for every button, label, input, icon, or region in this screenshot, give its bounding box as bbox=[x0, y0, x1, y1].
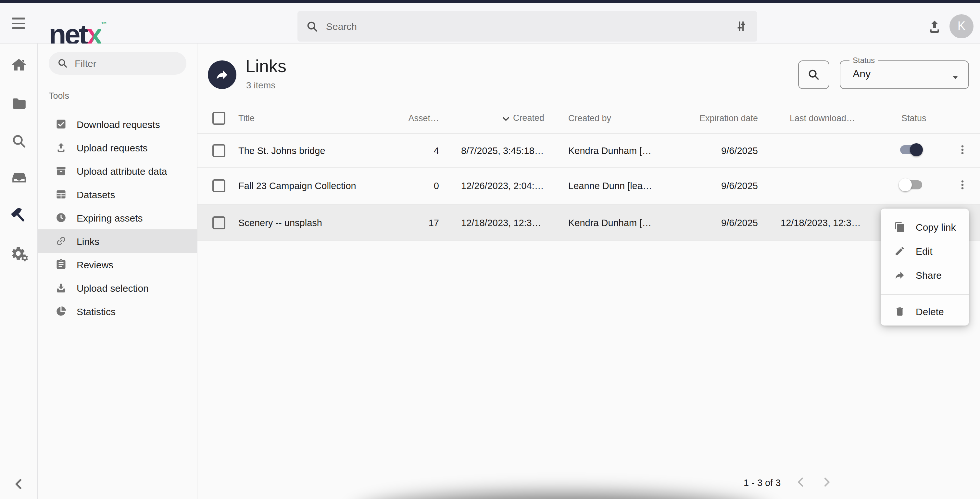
top-bar: netx™ Search K bbox=[0, 3, 980, 43]
menu-item-share[interactable]: Share bbox=[881, 263, 969, 287]
row-menu-button[interactable] bbox=[957, 143, 968, 155]
filter-placeholder: Filter bbox=[75, 58, 97, 69]
sidebar-item-links[interactable]: Links bbox=[38, 230, 197, 253]
column-header-expiration-date[interactable]: Expiration date bbox=[681, 113, 758, 123]
created-date: 8/7/2025, 3:45:18… bbox=[461, 145, 544, 156]
links-icon bbox=[55, 235, 67, 247]
link-title: The St. Johns bridge bbox=[239, 145, 381, 156]
rail-folders-button[interactable] bbox=[0, 90, 38, 116]
sidebar-item-statistics[interactable]: Statistics bbox=[38, 300, 197, 323]
column-header-last-download[interactable]: Last download… bbox=[790, 113, 864, 123]
last-download-date: 12/18/2023, 12:3… bbox=[781, 217, 862, 228]
chevron-left-icon bbox=[794, 475, 807, 488]
upload-requests-icon bbox=[55, 142, 67, 153]
inbox-icon bbox=[11, 169, 27, 185]
link-title: Scenery -- unsplash bbox=[239, 217, 381, 228]
rail-inbox-button[interactable] bbox=[0, 164, 38, 190]
expiring-assets-icon bbox=[55, 212, 67, 223]
status-filter-select[interactable]: Status Any bbox=[840, 61, 969, 89]
created-by: Kendra Dunham [… bbox=[568, 217, 676, 228]
copy-icon bbox=[894, 222, 905, 233]
row-menu-button[interactable] bbox=[957, 179, 968, 191]
table-search-button[interactable] bbox=[798, 61, 829, 89]
share-arrow-icon bbox=[215, 68, 229, 82]
sidebar-item-upload-requests[interactable]: Upload requests bbox=[38, 136, 197, 159]
upload-button[interactable] bbox=[927, 19, 942, 34]
sidebar-item-label: Reviews bbox=[76, 259, 113, 270]
menu-item-edit[interactable]: Edit bbox=[881, 239, 969, 263]
created-by: Kendra Dunham [… bbox=[568, 145, 676, 156]
pagination: 1 - 3 of 3 bbox=[681, 472, 980, 493]
sidebar-item-label: Datasets bbox=[76, 189, 115, 200]
collapse-sidebar-button[interactable] bbox=[0, 471, 38, 497]
table-header-row: Title Asset… Created Created by Expirati… bbox=[197, 103, 980, 133]
rail-home-button[interactable] bbox=[0, 52, 38, 78]
search-icon bbox=[57, 58, 68, 69]
previous-page-button[interactable] bbox=[793, 475, 808, 491]
status-toggle[interactable] bbox=[899, 143, 923, 156]
trash-icon bbox=[894, 306, 905, 317]
status-filter-label: Status bbox=[850, 56, 878, 65]
table-row[interactable]: Fall 23 Campaign Collection 0 12/26/2023… bbox=[197, 167, 980, 204]
sidebar-item-label: Statistics bbox=[76, 306, 116, 317]
menu-item-copy-link[interactable]: Copy link bbox=[881, 215, 969, 239]
sidebar-item-reviews[interactable]: Reviews bbox=[38, 253, 197, 276]
item-count: 3 items bbox=[246, 80, 275, 90]
column-header-title[interactable]: Title bbox=[239, 113, 381, 123]
sidebar-item-upload-attribute-data[interactable]: Upload attribute data bbox=[38, 159, 197, 183]
select-all-checkbox[interactable] bbox=[212, 112, 225, 124]
column-header-status[interactable]: Status bbox=[901, 113, 940, 123]
created-date: 12/26/2023, 2:04:… bbox=[461, 181, 544, 191]
rail-tools-button[interactable] bbox=[0, 203, 38, 229]
trademark-symbol: ™ bbox=[101, 21, 107, 27]
chevron-right-icon bbox=[820, 475, 833, 488]
row-checkbox[interactable] bbox=[212, 179, 225, 192]
column-header-asset-count[interactable]: Asset… bbox=[392, 113, 439, 123]
expiration-date: 9/6/2025 bbox=[681, 217, 758, 228]
rail-admin-button[interactable] bbox=[0, 241, 38, 267]
pagination-range: 1 - 3 of 3 bbox=[744, 478, 781, 488]
global-search-input[interactable]: Search bbox=[298, 11, 757, 41]
rail-search-button[interactable] bbox=[0, 128, 38, 154]
tools-section-label: Tools bbox=[49, 91, 69, 101]
sidebar-item-download-requests[interactable]: Download requests bbox=[38, 112, 197, 136]
next-page-button[interactable] bbox=[819, 475, 835, 491]
kebab-icon bbox=[957, 143, 968, 155]
user-avatar[interactable]: K bbox=[950, 14, 974, 38]
tools-hammer-icon bbox=[10, 207, 28, 225]
sidebar-item-label: Expiring assets bbox=[76, 212, 143, 223]
caret-down-icon bbox=[950, 72, 961, 83]
status-toggle[interactable] bbox=[899, 179, 923, 191]
datasets-icon bbox=[55, 188, 67, 200]
sidebar-item-label: Links bbox=[76, 236, 99, 247]
row-checkbox[interactable] bbox=[212, 216, 225, 229]
expiration-date: 9/6/2025 bbox=[681, 145, 758, 156]
table-row[interactable]: The St. Johns bridge 4 8/7/2025, 3:45:18… bbox=[197, 133, 980, 167]
column-header-created[interactable]: Created bbox=[461, 113, 544, 123]
hamburger-menu-button[interactable] bbox=[12, 18, 25, 29]
status-filter-value: Any bbox=[853, 68, 870, 80]
table-row-hovered[interactable]: Scenery -- unsplash 17 12/18/2023, 12:3…… bbox=[197, 204, 980, 241]
filter-input[interactable]: Filter bbox=[49, 52, 186, 75]
links-page-emblem bbox=[208, 61, 236, 89]
links-panel: Links 3 items Status Any Title Asset… Cr… bbox=[197, 43, 980, 499]
sidebar-item-expiring-assets[interactable]: Expiring assets bbox=[38, 206, 197, 230]
asset-count: 17 bbox=[392, 217, 439, 228]
sidebar-item-label: Upload selection bbox=[76, 282, 149, 293]
advanced-search-icon[interactable] bbox=[735, 19, 748, 33]
row-checkbox[interactable] bbox=[212, 144, 225, 157]
column-header-created-by[interactable]: Created by bbox=[568, 113, 676, 123]
created-by: Leanne Dunn [lea… bbox=[568, 181, 676, 191]
kebab-icon bbox=[957, 179, 968, 191]
download-requests-icon bbox=[55, 118, 67, 130]
sidebar-item-datasets[interactable]: Datasets bbox=[38, 183, 197, 206]
search-icon bbox=[807, 68, 820, 81]
asset-count: 0 bbox=[392, 181, 439, 191]
search-icon bbox=[11, 133, 27, 149]
sidebar-item-upload-selection[interactable]: Upload selection bbox=[38, 276, 197, 300]
menu-item-delete[interactable]: Delete bbox=[881, 300, 969, 324]
upload-selection-icon bbox=[55, 282, 67, 294]
row-context-menu: Copy link Edit Share Delete bbox=[881, 209, 969, 325]
icon-rail bbox=[0, 43, 38, 499]
created-date: 12/18/2023, 12:3… bbox=[461, 217, 544, 228]
